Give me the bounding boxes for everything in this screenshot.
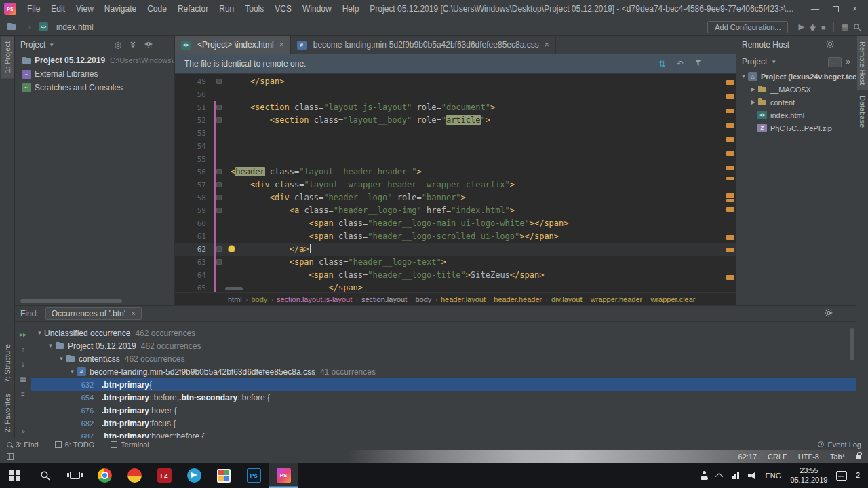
tool-stripe-project[interactable]: 1: Project	[1, 36, 14, 78]
stop-icon[interactable]: ■	[821, 23, 826, 31]
error-stripe-mark[interactable]	[726, 151, 734, 156]
menu-tools[interactable]: Tools	[239, 0, 269, 18]
action-center-icon[interactable]	[836, 471, 847, 481]
error-stripe-mark[interactable]	[726, 123, 734, 128]
next-occurrence-icon[interactable]: ↓	[22, 360, 25, 368]
menu-vcs[interactable]: VCS	[269, 0, 297, 18]
start-button[interactable]	[0, 463, 30, 488]
code-line[interactable]: 51 <section class="layout js-layout" rol…	[175, 101, 736, 114]
chevron-expanded-icon[interactable]: ▼	[739, 73, 748, 79]
tool-stripe-remote-host[interactable]: Remote Host	[857, 36, 868, 90]
error-stripe-mark[interactable]	[726, 193, 734, 198]
chevron-expanded-icon[interactable]: ▼	[57, 356, 66, 362]
indent-widget[interactable]: Tab*	[830, 453, 845, 461]
chevron-collapsed-icon[interactable]: ▶	[749, 86, 757, 92]
chevron-collapsed-icon[interactable]: ▶	[749, 99, 757, 105]
code-line[interactable]: 61 <span class="header__logo-scrolled ui…	[175, 230, 736, 243]
menu-file[interactable]: File	[22, 0, 45, 18]
code-line[interactable]: 56<header class="layout__header header "…	[175, 166, 736, 179]
task-view-button[interactable]	[60, 463, 90, 488]
photoshop-taskbar-button[interactable]: Ps	[239, 463, 269, 488]
volume-icon[interactable]	[748, 472, 757, 480]
menu-window[interactable]: Window	[297, 0, 337, 18]
find-tree-item[interactable]: ▼content\css462 occurrences	[31, 352, 856, 365]
navbar-file-name[interactable]: index.html	[56, 22, 94, 32]
project-horizontal-scrollbar[interactable]	[20, 299, 122, 303]
tool-window-switcher-icon[interactable]	[7, 453, 14, 460]
collapse-all-icon[interactable]	[130, 40, 136, 50]
minimize-icon[interactable]: —	[811, 4, 819, 14]
remote-server-selector[interactable]: Project	[742, 57, 767, 67]
fold-marker[interactable]	[216, 79, 222, 84]
project-tree-item[interactable]: Project 05.12.2019C:\Users\Windows\Des	[15, 54, 174, 67]
more-options-icon[interactable]: »	[15, 428, 31, 435]
grid-app-taskbar-button[interactable]	[209, 463, 239, 488]
filezilla-taskbar-button[interactable]: FZ	[149, 463, 179, 488]
close-tab-icon[interactable]: ×	[279, 40, 284, 50]
code-line[interactable]: 59 <a class="header__logo-img" href="ind…	[175, 204, 736, 217]
breadcrumb-item[interactable]: section.layout__body	[361, 295, 431, 303]
rerun-search-icon[interactable]: ▸▸	[20, 331, 26, 338]
breadcrumb-item[interactable]: html	[228, 295, 242, 303]
code-line[interactable]: 57 <div class="layout__wrapper header__w…	[175, 179, 736, 191]
breadcrumb-item[interactable]: div.layout__wrapper.header__wrapper.clea…	[551, 295, 696, 303]
intention-bulb-icon[interactable]	[228, 245, 235, 252]
rollback-icon[interactable]: ↶	[677, 59, 684, 69]
breadcrumb-item[interactable]: header.layout__header.header	[441, 295, 542, 303]
find-result-row[interactable]: 676.btn-primary:hover {	[31, 404, 856, 417]
menu-help[interactable]: Help	[337, 0, 365, 18]
messenger-taskbar-button[interactable]	[179, 463, 209, 488]
chevron-expanded-icon[interactable]: ▼	[35, 330, 44, 336]
red-app-taskbar-button[interactable]	[119, 463, 149, 488]
layout-icon[interactable]: ▦	[842, 22, 848, 31]
chrome-taskbar-button[interactable]	[90, 463, 119, 488]
chevron-expanded-icon[interactable]: ▼	[46, 343, 55, 349]
find-result-row[interactable]: 632.btn-primary {	[31, 378, 856, 391]
menu-view[interactable]: View	[71, 0, 99, 18]
menu-refactor[interactable]: Refactor	[172, 0, 214, 18]
fold-marker[interactable]	[216, 246, 222, 252]
tool-stripe-favorites[interactable]: 2: Favorites	[1, 388, 14, 438]
gear-icon[interactable]	[825, 309, 833, 319]
fold-marker[interactable]	[216, 259, 222, 265]
add-configuration-button[interactable]: Add Configuration...	[707, 21, 788, 33]
error-stripe-mark[interactable]	[726, 137, 734, 142]
close-tab-icon[interactable]: ×	[131, 309, 136, 318]
toolwindow-button-find[interactable]: 3: Find	[7, 440, 39, 449]
find-tree-item[interactable]: ▼Project 05.12.2019462 occurrences	[31, 339, 856, 352]
sync-remote-icon[interactable]: ⇅	[658, 59, 666, 69]
fold-marker[interactable]	[216, 117, 222, 123]
code-line[interactable]: 63 <span class="header__logo-text">	[175, 256, 736, 269]
settings-icon[interactable]: ≡	[21, 390, 25, 398]
error-stripe-mark[interactable]	[726, 199, 734, 202]
fold-marker[interactable]	[216, 182, 222, 187]
project-tree-item[interactable]: Scratches and Consoles	[15, 81, 174, 94]
code-line[interactable]: 64 <span class="header__logo-title">Site…	[175, 269, 736, 282]
code-line[interactable]: 65 </span>	[175, 282, 736, 292]
error-stripe-mark[interactable]	[726, 248, 734, 252]
lock-icon[interactable]	[856, 455, 861, 459]
close-tab-icon[interactable]: ×	[545, 40, 549, 50]
code-line[interactable]: 49 </span>	[175, 75, 736, 88]
project-view-selector[interactable]: Project	[20, 40, 45, 50]
editor-horizontal-scrollbar[interactable]	[225, 287, 243, 290]
error-stripe-mark[interactable]	[726, 166, 734, 170]
fold-marker[interactable]	[216, 105, 222, 110]
locate-file-icon[interactable]: ◎	[115, 40, 121, 50]
previous-occurrence-icon[interactable]: ↑	[22, 345, 25, 353]
menu-run[interactable]: Run	[214, 0, 239, 18]
fold-marker[interactable]	[216, 195, 222, 200]
hide-panel-icon[interactable]: —	[841, 309, 849, 318]
error-stripe-mark[interactable]	[726, 94, 734, 99]
hidden-icons-chevron-icon[interactable]	[715, 472, 723, 480]
menu-code[interactable]: Code	[142, 0, 172, 18]
language-indicator[interactable]: ENG	[766, 472, 782, 480]
close-icon[interactable]: ×	[852, 4, 857, 14]
error-stripe-mark[interactable]	[726, 177, 734, 180]
find-results-tab[interactable]: Occurrences of '.btn' ×	[45, 307, 142, 320]
filter-icon[interactable]	[694, 59, 702, 69]
error-stripe-mark[interactable]	[726, 80, 734, 85]
editor-tab[interactable]: become-landing.min-5d2f9b9b0b5a42bf63d6d…	[291, 36, 556, 54]
code-line[interactable]: 50	[175, 88, 736, 101]
caret-position-widget[interactable]: 62:17	[738, 453, 757, 461]
